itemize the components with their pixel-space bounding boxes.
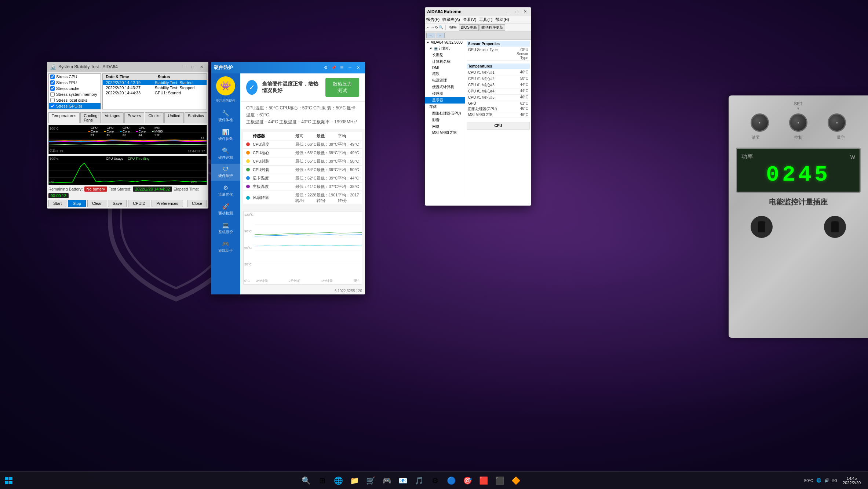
tree-item-2[interactable]: 长期见 xyxy=(425,52,465,58)
btn-nav-back[interactable]: ← xyxy=(426,33,435,38)
btn-search[interactable]: 🔍 xyxy=(439,25,443,29)
tab-statistics[interactable]: Statistics xyxy=(185,112,207,123)
cpuid-button[interactable]: CPUID xyxy=(128,200,150,207)
hw-close[interactable]: ✕ xyxy=(354,64,362,71)
start-button[interactable] xyxy=(0,472,18,489)
stress-cpu[interactable]: Stress CPU xyxy=(49,74,101,80)
taskbar-app6[interactable]: 🎯 xyxy=(460,473,475,488)
tree-aida64[interactable]: ▼ AIDA64 v6.32.5600 xyxy=(425,40,465,45)
taskbar-app2[interactable]: 📧 xyxy=(395,473,410,488)
tree-sensor[interactable]: 传感器 xyxy=(425,90,465,97)
tab-clocks[interactable]: Clocks xyxy=(145,112,164,123)
nav-price[interactable]: 💻 整机报价 xyxy=(211,220,240,237)
taskbar-app9[interactable]: 🔶 xyxy=(508,473,523,488)
temp-row-cpu-temp: CPU温度 最低：66°C 最低：39°C 平均：49°C xyxy=(243,141,362,149)
nav-optimize[interactable]: ⚙ 流量优化 xyxy=(211,182,240,199)
aida-minimize[interactable]: ─ xyxy=(505,8,513,15)
nav-game[interactable]: 🎮 游戏助手 xyxy=(211,238,240,256)
hw-titlebar[interactable]: 硬件防护 ⚙ 📌 ☰ ─ ✕ xyxy=(211,62,365,73)
btn-report[interactable]: 报告 xyxy=(448,25,458,30)
aida-close[interactable]: ✕ xyxy=(521,8,529,15)
tree-msi[interactable]: MSI M480 2TB xyxy=(425,130,465,135)
tree-storage[interactable]: 存储 xyxy=(425,104,465,110)
stability-close[interactable]: ✕ xyxy=(197,64,205,70)
stop-button[interactable]: Stop xyxy=(68,200,86,207)
taskbar-explorer[interactable]: 📁 xyxy=(347,473,362,488)
tree-power[interactable]: 电源管理 xyxy=(425,77,465,84)
log-row-2[interactable]: 2022/2/20 14:43:27 Stability Test: Stopp… xyxy=(103,85,207,90)
hw-pin[interactable]: 📌 xyxy=(330,64,338,71)
menu-view[interactable]: 查看(V) xyxy=(463,17,477,22)
knob-display[interactable]: ● xyxy=(828,113,846,132)
stress-fpu[interactable]: Stress FPU xyxy=(49,80,101,86)
taskbar-task-view[interactable]: ⊞ xyxy=(315,473,329,488)
nav-hardware-params[interactable]: 📊 硬件参数 xyxy=(211,126,240,144)
test-started: 2022/2/20 14:44:32 xyxy=(133,186,172,192)
prop-gpu-proc: 图形处理器(GPU) 46°C xyxy=(467,106,530,112)
aida-maximize[interactable]: □ xyxy=(513,8,521,15)
tree-item-3[interactable]: 计算机名称 xyxy=(425,58,465,65)
hw-settings[interactable]: ⚙ xyxy=(322,64,330,71)
btn-nav-forward[interactable]: → xyxy=(436,33,445,38)
stress-cache[interactable]: Stress cache xyxy=(49,86,101,91)
knob-zero[interactable]: ● xyxy=(751,113,769,132)
tab-unified[interactable]: Unified xyxy=(164,112,183,123)
log-row-3[interactable]: 2022/2/20 14:44:33 GPU1: Started xyxy=(103,90,207,95)
nav-hardware-protect[interactable]: 🛡 硬件防护 xyxy=(211,164,240,181)
taskbar-edge[interactable]: 🌐 xyxy=(331,473,346,488)
stress-gpu[interactable]: Stress GPU(s) xyxy=(49,103,101,109)
tray-volume[interactable]: 🔊 xyxy=(824,478,829,483)
log-row-1[interactable]: 2022/2/20 14:42:19 Stability Test: Start… xyxy=(103,80,207,85)
menu-report[interactable]: 报告(F) xyxy=(426,17,440,22)
stress-memory[interactable]: Stress system memory xyxy=(49,91,101,97)
aida-titlebar[interactable]: AIDA64 Extreme ─ □ ✕ xyxy=(425,7,531,16)
nav-hardware-check[interactable]: 🔧 硬件体检 xyxy=(211,108,240,125)
hw-minimize[interactable]: ─ xyxy=(346,64,354,71)
stress-disks[interactable]: Stress local disks xyxy=(49,97,101,103)
tree-overclock[interactable]: 超频 xyxy=(425,70,465,77)
tree-dmi[interactable]: DMI xyxy=(425,65,465,70)
nav-driver[interactable]: 🚀 驱动检测 xyxy=(211,201,240,218)
tab-powers[interactable]: Powers xyxy=(124,112,145,123)
tree-portable[interactable]: 便携式计算机 xyxy=(425,84,465,90)
taskbar-app5[interactable]: 🔵 xyxy=(444,473,459,488)
stability-titlebar[interactable]: 🔬 System Stability Test - AIDA64 ─ □ ✕ xyxy=(47,62,208,72)
menu-favorites[interactable]: 收藏夹(A) xyxy=(442,17,460,22)
nav-hardware-eval[interactable]: 🔍 硬件评测 xyxy=(211,145,240,162)
stability-maximize[interactable]: □ xyxy=(189,64,197,70)
taskbar-app4[interactable]: ⚙ xyxy=(428,473,442,488)
start-button[interactable]: Start xyxy=(48,200,66,207)
tab-voltages[interactable]: Voltages xyxy=(102,112,124,123)
tree-av[interactable]: 影音 xyxy=(425,117,465,123)
taskbar-app7[interactable]: 🟥 xyxy=(476,473,491,488)
taskbar-search[interactable]: 🔍 xyxy=(299,473,313,488)
taskbar-store[interactable]: 🛒 xyxy=(363,473,378,488)
menu-help[interactable]: 帮助(H) xyxy=(495,17,509,22)
windows-logo xyxy=(5,477,12,484)
taskbar-time-display[interactable]: 14:45 2022/2/20 xyxy=(840,476,864,485)
hw-test-button[interactable]: 散热压力测试 xyxy=(325,78,359,97)
btn-bios[interactable]: BIOS更新 xyxy=(459,24,479,31)
tab-temperatures[interactable]: Temperatures xyxy=(48,112,80,123)
prefs-button[interactable]: Preferences xyxy=(152,200,183,207)
btn-driver[interactable]: 驱动程序更新 xyxy=(479,24,505,31)
close-button[interactable]: Close xyxy=(187,200,207,207)
hw-menu[interactable]: ☰ xyxy=(338,64,346,71)
stability-minimize[interactable]: ─ xyxy=(180,64,188,70)
btn-refresh[interactable]: ⟳ xyxy=(435,25,438,29)
clear-button[interactable]: Clear xyxy=(87,200,106,207)
btn-back[interactable]: ← xyxy=(426,25,430,29)
tree-computer[interactable]: ▼ 💻 计算机 xyxy=(425,45,465,52)
tree-gpu[interactable]: 图形处理器(GPU) xyxy=(425,110,465,117)
taskbar-app3[interactable]: 🎵 xyxy=(412,473,426,488)
tree-network[interactable]: 网络 xyxy=(425,123,465,130)
menu-tools[interactable]: 工具(T) xyxy=(479,17,492,22)
knob-control[interactable]: ● xyxy=(789,113,807,132)
tab-cooling[interactable]: Cooling Fans xyxy=(80,112,101,123)
save-button[interactable]: Save xyxy=(108,200,127,207)
btn-forward[interactable]: → xyxy=(431,25,434,29)
tree-display[interactable]: 显示器 xyxy=(425,97,465,104)
taskbar-app8[interactable]: ⬛ xyxy=(492,473,507,488)
taskbar-app1[interactable]: 🎮 xyxy=(379,473,394,488)
log-col-status: Status xyxy=(155,74,207,80)
